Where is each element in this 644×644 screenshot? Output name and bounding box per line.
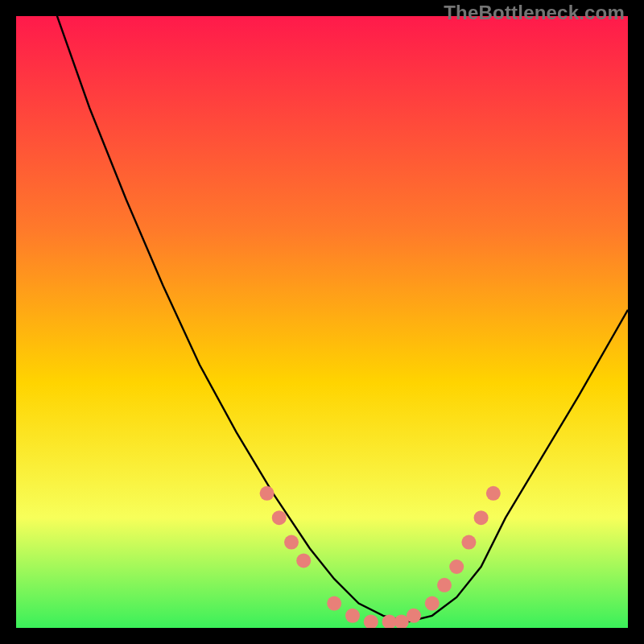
- chart-frame: [16, 16, 628, 628]
- data-marker: [486, 486, 501, 501]
- chart-svg: [16, 16, 628, 628]
- data-marker: [461, 535, 476, 550]
- watermark-text: TheBottleneck.com: [444, 2, 625, 24]
- data-marker: [407, 609, 421, 623]
- data-marker: [284, 535, 299, 550]
- data-marker: [437, 578, 452, 592]
- data-marker: [260, 486, 275, 501]
- data-marker: [327, 597, 341, 611]
- data-marker: [474, 510, 489, 525]
- data-marker: [449, 559, 464, 574]
- data-marker: [345, 609, 360, 623]
- data-marker: [296, 553, 311, 568]
- data-marker: [272, 510, 287, 525]
- data-marker: [425, 597, 440, 611]
- gradient-background: [16, 16, 628, 628]
